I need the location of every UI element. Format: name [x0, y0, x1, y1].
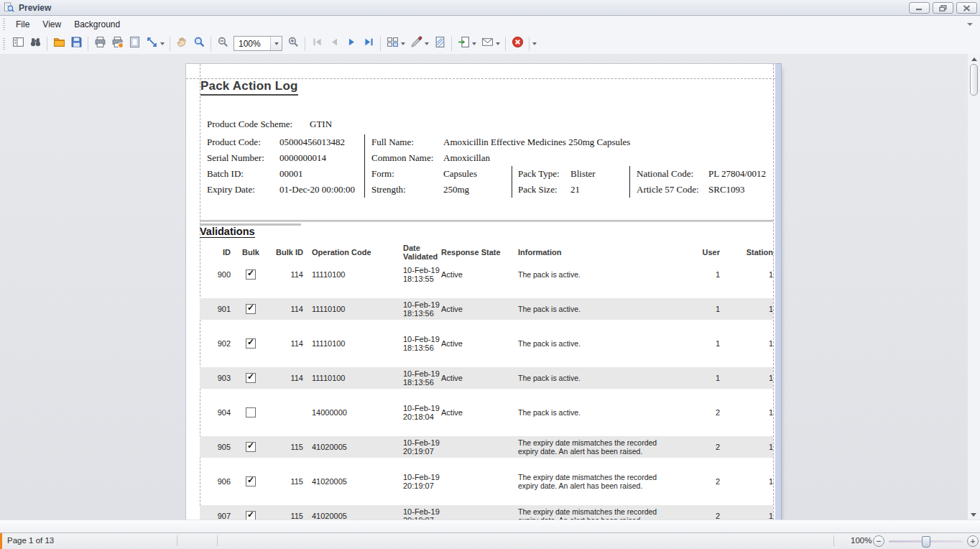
page-color-dropdown-icon[interactable]	[425, 42, 429, 45]
zoom-slider-track[interactable]	[889, 540, 963, 543]
scale-dropdown-icon[interactable]	[160, 42, 165, 45]
watermark-button[interactable]	[431, 35, 448, 52]
email-dropdown-icon[interactable]	[496, 42, 500, 45]
toolbar-overflow-icon[interactable]	[532, 42, 537, 45]
next-page-button[interactable]	[343, 35, 360, 52]
zoom-combo[interactable]: 100%	[234, 36, 282, 51]
export-document-button[interactable]	[455, 35, 472, 52]
close-button[interactable]	[956, 2, 977, 14]
field-label: Common Name:	[371, 152, 433, 164]
page-color-button[interactable]	[407, 35, 425, 52]
cell-station: 1	[720, 339, 773, 348]
menu-file[interactable]: File	[9, 17, 36, 32]
cell-date-validated: 10-Feb-19 20:19:07	[403, 473, 441, 490]
cell-bulk-id: 114	[271, 374, 303, 382]
last-page-button[interactable]	[360, 35, 377, 52]
col-id: ID	[200, 248, 231, 257]
menubar-grip[interactable]	[3, 19, 5, 30]
bulk-checkbox[interactable]	[246, 476, 256, 486]
menubar-overflow-icon[interactable]	[967, 23, 973, 26]
open-button[interactable]	[50, 35, 68, 52]
print-button[interactable]	[91, 35, 108, 52]
bulk-checkbox[interactable]	[246, 373, 256, 383]
send-email-button[interactable]	[479, 35, 496, 52]
export-dropdown-icon[interactable]	[472, 42, 476, 45]
save-button[interactable]	[68, 35, 85, 52]
magnifier-button[interactable]	[190, 35, 208, 52]
scroll-down-icon[interactable]	[971, 513, 976, 517]
minimize-button[interactable]	[909, 2, 930, 14]
field-label: National Code:	[637, 168, 693, 180]
cell-date-validated: 10-Feb-19 20:19:07	[403, 438, 441, 456]
col-bulk-id: Bulk ID	[271, 248, 303, 257]
quick-print-button[interactable]	[108, 35, 126, 52]
cell-bulk	[231, 373, 271, 383]
cell-user: 1	[678, 339, 720, 348]
col-operation-code: Operation Code	[303, 248, 403, 257]
cell-station: 1	[720, 374, 773, 382]
menu-view[interactable]: View	[36, 17, 68, 32]
zoom-in-circle-button[interactable]: +	[967, 535, 979, 547]
cell-id: 902	[200, 339, 231, 348]
bulk-checkbox[interactable]	[246, 511, 256, 520]
zoom-out-button[interactable]	[214, 35, 231, 52]
field-value: Amoxicillan	[443, 152, 490, 164]
zoom-in-button[interactable]	[285, 35, 302, 52]
zoom-combo-value: 100%	[234, 39, 270, 49]
cell-user: 1	[678, 305, 720, 313]
scale-button[interactable]	[143, 35, 160, 52]
field-divider	[512, 166, 512, 198]
zoom-out-circle-button[interactable]: −	[873, 535, 884, 547]
cell-user: 2	[678, 477, 720, 486]
horizontal-scroll-area[interactable]	[0, 520, 980, 533]
zoom-combo-dropdown[interactable]	[270, 37, 282, 50]
cell-station: 1	[720, 477, 773, 486]
zoom-level-label: 100%	[851, 536, 872, 545]
cell-station: 1	[720, 270, 773, 279]
statusbar-separator	[217, 535, 218, 546]
search-button[interactable]	[27, 35, 44, 52]
field-value: Blister	[570, 168, 596, 180]
multiple-pages-dropdown-icon[interactable]	[401, 42, 405, 45]
cell-bulk	[231, 407, 271, 417]
document-area[interactable]: Pack Action Log Product Code Scheme: GTI…	[0, 54, 980, 520]
previous-page-icon	[328, 36, 341, 51]
hand-tool-button[interactable]	[173, 35, 190, 52]
scroll-up-icon[interactable]	[971, 57, 977, 61]
bulk-checkbox[interactable]	[246, 407, 256, 417]
titlebar[interactable]: Preview	[0, 0, 980, 16]
bulk-checkbox[interactable]	[246, 269, 256, 280]
table-row: 900 114 11110100 10-Feb-19 18:13:55 Acti…	[200, 264, 773, 298]
field-label: Pack Size:	[518, 184, 558, 195]
bulk-checkbox[interactable]	[246, 304, 256, 314]
previous-page-button[interactable]	[325, 35, 343, 52]
field-label: Pack Type:	[518, 168, 560, 180]
printer-icon	[94, 36, 106, 51]
cell-bulk-id: 114	[271, 305, 303, 313]
multiple-pages-button[interactable]	[384, 35, 401, 52]
cell-user: 1	[678, 270, 720, 279]
cell-bulk	[231, 442, 271, 452]
hand-icon	[176, 36, 188, 51]
exit-button[interactable]	[509, 35, 526, 52]
cell-station: 1	[720, 408, 773, 417]
menu-background[interactable]: Background	[68, 17, 126, 32]
zoom-slider-thumb[interactable]	[922, 536, 930, 548]
field-label: Full Name:	[371, 137, 414, 148]
page-setup-button[interactable]	[126, 35, 143, 52]
field-label: Expiry Date:	[207, 184, 255, 195]
bulk-checkbox[interactable]	[246, 442, 256, 452]
field-label: Product Code Scheme:	[207, 119, 292, 130]
bulk-checkbox[interactable]	[246, 338, 256, 349]
document-map-button[interactable]	[9, 35, 27, 52]
restore-button[interactable]	[933, 2, 953, 14]
first-page-button[interactable]	[308, 35, 325, 52]
table-row: 901 114 11110100 10-Feb-19 18:13:56 Acti…	[200, 298, 773, 333]
page-count-label: Page 1 of 13	[7, 536, 54, 545]
cell-user: 2	[678, 443, 720, 451]
field-value: Capsules	[443, 168, 477, 180]
col-date-validated: Date Validated	[403, 244, 441, 261]
vertical-scrollbar[interactable]	[968, 54, 980, 520]
toolbar-grip[interactable]	[3, 38, 5, 50]
scrollbar-thumb[interactable]	[970, 64, 978, 96]
